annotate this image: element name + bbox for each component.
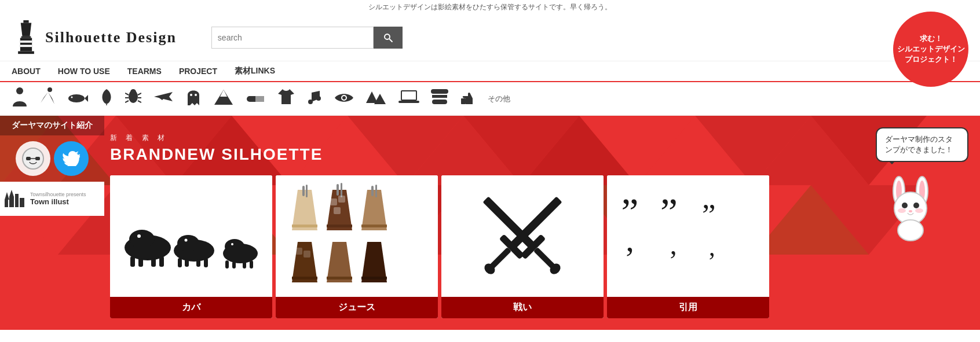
svg-point-90: [137, 234, 141, 238]
svg-rect-115: [375, 185, 377, 197]
svg-line-20: [138, 93, 141, 95]
sidebar-town-text: Townsilhouette presents Town illust: [30, 192, 86, 206]
svg-point-9: [16, 87, 23, 94]
sidebar-social-icons: [0, 135, 104, 182]
svg-rect-88: [151, 258, 156, 267]
svg-point-30: [316, 96, 321, 101]
right-side-panel: ダーヤマ制作のスタンプができました！: [864, 116, 980, 257]
svg-rect-79: [9, 197, 14, 207]
header: Silhouette Design: [0, 14, 980, 61]
icon-more[interactable]: その他: [488, 94, 510, 104]
svg-rect-109: [341, 183, 342, 197]
svg-point-23: [190, 94, 192, 96]
svg-rect-5: [20, 41, 32, 43]
logo-area: Silhouette Design: [12, 20, 177, 55]
icon-thumbsup[interactable]: [460, 88, 476, 109]
promo-line3: プロジェクト！: [905, 54, 957, 65]
icon-ghost[interactable]: [185, 87, 202, 111]
svg-marker-1: [21, 23, 31, 36]
svg-rect-37: [398, 101, 419, 103]
svg-text:”: ”: [702, 198, 715, 231]
card-hippo-image: [110, 175, 272, 297]
svg-rect-93: [178, 258, 182, 267]
banner-text: シルエットデザインは影絵素材をひたすら保管するサイトです。早く帰ろう。: [368, 3, 612, 11]
svg-rect-28: [255, 96, 264, 102]
icon-plane[interactable]: [153, 89, 174, 109]
section-title: BRANDNEW SILHOETTE: [110, 145, 870, 164]
icon-fish[interactable]: [67, 90, 88, 108]
hero-section: ダーヤマのサイト紹介: [0, 116, 980, 330]
svg-rect-105: [302, 186, 305, 196]
sidebar-intro-label: ダーヤマのサイト紹介: [0, 116, 104, 135]
rabbit-character: [876, 168, 945, 243]
icon-burger[interactable]: [431, 89, 448, 108]
svg-rect-112: [338, 196, 345, 203]
svg-text:’: ’: [624, 240, 635, 277]
svg-rect-94: [185, 259, 189, 267]
svg-line-22: [138, 101, 141, 102]
icon-leaf[interactable]: [100, 88, 114, 109]
card-hippo[interactable]: カバ: [110, 175, 272, 318]
sidebar-face-icon[interactable]: [16, 141, 50, 176]
icon-mountain[interactable]: [213, 89, 234, 109]
svg-line-17: [125, 93, 129, 95]
svg-rect-41: [461, 98, 466, 104]
search-button[interactable]: [374, 27, 403, 49]
svg-rect-36: [402, 91, 416, 100]
sidebar-town-link[interactable]: Townsilhouette presents Town illust: [0, 182, 104, 216]
svg-point-13: [71, 96, 73, 98]
nav: ABOUT HOW TO USE TEARMS PROJECT 素材LINKS: [0, 61, 980, 82]
icon-mountains[interactable]: [366, 90, 387, 108]
icon-eye[interactable]: [334, 90, 354, 108]
svg-point-97: [185, 239, 188, 242]
svg-rect-76: [35, 157, 40, 160]
svg-rect-0: [23, 20, 28, 23]
svg-rect-117: [292, 277, 317, 280]
chat-bubble: ダーヤマ制作のスタンプができました！: [876, 127, 968, 162]
svg-rect-4: [18, 52, 34, 54]
card-quotes[interactable]: ” ” ” ’ ’ ’ 引用: [607, 175, 769, 318]
svg-point-11: [68, 94, 85, 102]
svg-text:’: ’: [668, 245, 678, 275]
icon-laptop[interactable]: [398, 89, 419, 108]
icon-running[interactable]: [39, 87, 56, 111]
card-swords-label: 戦い: [441, 297, 604, 318]
card-juice-image: [276, 175, 438, 297]
svg-point-7: [385, 34, 390, 39]
svg-rect-75: [26, 157, 31, 160]
svg-marker-83: [9, 190, 14, 197]
svg-point-16: [130, 89, 136, 95]
svg-point-141: [902, 203, 908, 208]
icon-bug[interactable]: [125, 88, 141, 109]
svg-rect-3: [20, 38, 32, 51]
card-juice[interactable]: ジュース: [276, 175, 438, 318]
svg-point-29: [308, 100, 313, 104]
svg-line-8: [389, 39, 392, 42]
nav-project[interactable]: PROJECT: [179, 67, 217, 76]
svg-rect-86: [130, 256, 135, 267]
sidebar-town-presents: Townsilhouette presents: [30, 192, 86, 197]
svg-rect-102: [243, 262, 246, 269]
nav-tearms[interactable]: TEARMS: [127, 67, 162, 76]
nav-links[interactable]: 素材LINKS: [235, 66, 275, 76]
icon-shirt[interactable]: [277, 88, 295, 109]
svg-marker-82: [5, 192, 9, 200]
search-input[interactable]: [211, 27, 374, 49]
nav-how-to-use[interactable]: HOW TO USE: [58, 67, 110, 76]
icon-pill[interactable]: [246, 90, 265, 108]
sidebar-twitter-icon[interactable]: [54, 141, 89, 176]
icon-music[interactable]: [307, 88, 322, 109]
svg-rect-100: [225, 260, 229, 269]
svg-point-85: [129, 230, 155, 248]
card-swords[interactable]: 戦い: [441, 175, 604, 318]
icon-person[interactable]: [12, 87, 28, 111]
svg-point-143: [898, 208, 906, 213]
svg-rect-96: [204, 258, 208, 267]
svg-rect-87: [138, 258, 143, 267]
nav-about[interactable]: ABOUT: [12, 67, 41, 76]
svg-point-99: [225, 239, 244, 254]
svg-point-10: [47, 87, 52, 92]
svg-rect-106: [306, 185, 308, 197]
section-label-jp: 新 着 素 材: [110, 133, 870, 143]
promo-circle[interactable]: 求む！ シルエットデザイン プロジェクト！: [893, 12, 968, 87]
